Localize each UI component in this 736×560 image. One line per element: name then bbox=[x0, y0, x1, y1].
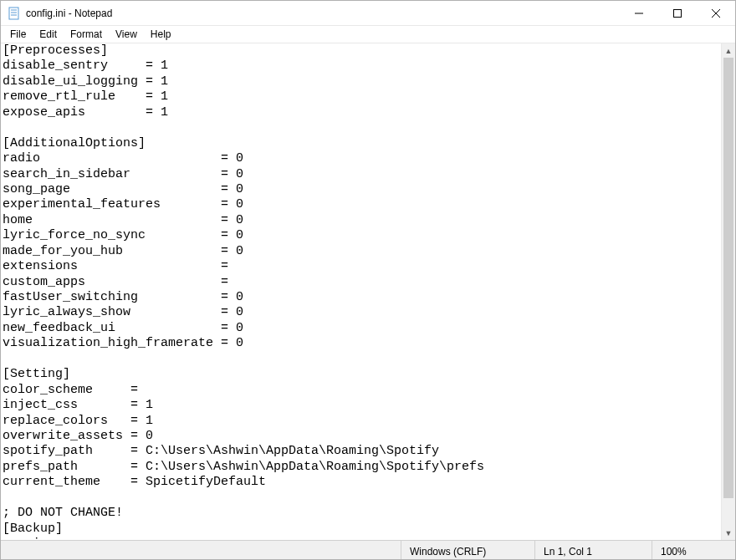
text-editor[interactable]: [Preprocesses] disable_sentry = 1 disabl… bbox=[1, 43, 721, 540]
menu-edit[interactable]: Edit bbox=[33, 27, 63, 42]
window-title: config.ini - Notepad bbox=[26, 8, 620, 19]
notepad-icon bbox=[8, 7, 21, 20]
status-zoom: 100% bbox=[652, 541, 735, 559]
svg-rect-0 bbox=[9, 8, 18, 19]
status-cursor-position: Ln 1, Col 1 bbox=[534, 541, 652, 559]
status-spacer bbox=[1, 541, 401, 559]
notepad-window: config.ini - Notepad File Edit Format Vi… bbox=[0, 0, 736, 560]
close-button[interactable] bbox=[697, 1, 735, 25]
status-encoding: Windows (CRLF) bbox=[401, 541, 534, 559]
vertical-scrollbar[interactable]: ▲ ▼ bbox=[721, 43, 735, 540]
window-controls bbox=[620, 1, 735, 25]
maximize-button[interactable] bbox=[658, 1, 697, 25]
editor-area: [Preprocesses] disable_sentry = 1 disabl… bbox=[1, 43, 735, 540]
scroll-thumb[interactable] bbox=[723, 58, 733, 498]
minimize-button[interactable] bbox=[620, 1, 658, 25]
menu-format[interactable]: Format bbox=[64, 27, 108, 42]
menu-file[interactable]: File bbox=[4, 27, 32, 42]
titlebar: config.ini - Notepad bbox=[1, 1, 735, 26]
menu-help[interactable]: Help bbox=[145, 27, 177, 42]
menu-view[interactable]: View bbox=[110, 27, 143, 42]
statusbar: Windows (CRLF) Ln 1, Col 1 100% bbox=[1, 540, 735, 559]
menubar: File Edit Format View Help bbox=[1, 26, 735, 43]
scroll-down-arrow-icon[interactable]: ▼ bbox=[722, 526, 735, 540]
scroll-up-arrow-icon[interactable]: ▲ bbox=[722, 43, 735, 58]
svg-rect-5 bbox=[674, 9, 682, 17]
